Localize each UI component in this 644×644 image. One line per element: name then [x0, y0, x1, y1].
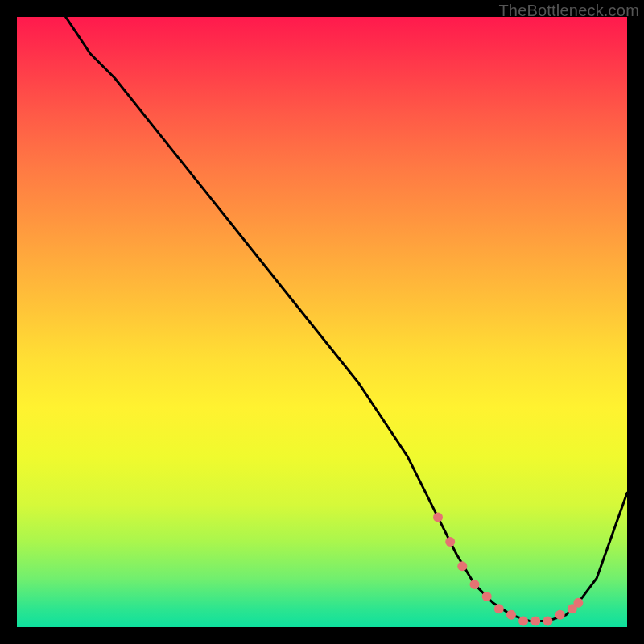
- plateau-marker: [543, 616, 553, 625]
- plateau-marker: [506, 610, 516, 620]
- plateau-marker: [445, 537, 455, 547]
- plateau-marker: [530, 616, 540, 625]
- plateau-marker: [573, 598, 583, 608]
- chart-frame: [17, 17, 627, 627]
- plateau-marker-group: [433, 513, 583, 626]
- watermark-text: TheBottleneck.com: [498, 2, 639, 20]
- chart-svg: [17, 17, 627, 627]
- bottleneck-curve-path: [66, 17, 627, 621]
- plateau-marker: [555, 610, 565, 620]
- plateau-marker: [470, 580, 480, 589]
- plateau-marker: [482, 592, 492, 601]
- plateau-marker: [457, 561, 467, 571]
- plateau-marker: [518, 616, 528, 625]
- plateau-marker: [433, 513, 443, 522]
- plateau-marker: [494, 604, 504, 613]
